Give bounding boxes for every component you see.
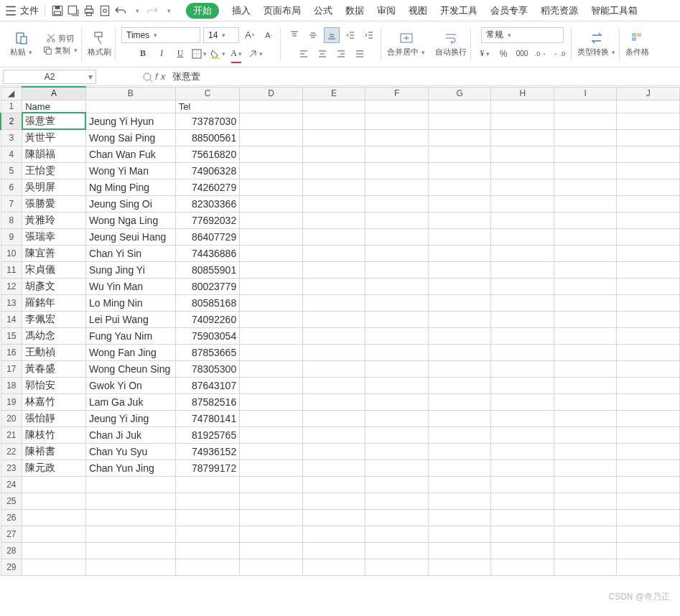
cell-A10[interactable]: 陳宜善 [22, 245, 86, 261]
cell-B5[interactable]: Wong Yi Man [85, 162, 175, 179]
align-top-button[interactable] [287, 27, 302, 43]
cell-B2[interactable]: Jeung Yi Hyun [85, 113, 175, 129]
cell-C21[interactable]: 81925765 [175, 426, 239, 443]
cell-B4[interactable]: Chan Wan Fuk [85, 146, 175, 162]
cell-C1[interactable]: Tel [175, 100, 239, 113]
fx-icon[interactable]: fx [142, 71, 165, 82]
align-middle-button[interactable] [305, 27, 321, 43]
cell-C20[interactable]: 74780141 [175, 410, 239, 426]
row-header-20[interactable]: 20 [1, 410, 22, 426]
underline-button[interactable]: U [172, 46, 188, 62]
cell-C11[interactable]: 80855901 [175, 261, 239, 278]
cell-C23[interactable]: 78799172 [175, 459, 239, 476]
redo-icon[interactable] [146, 4, 159, 17]
cell-B15[interactable]: Fung Yau Nim [85, 327, 175, 344]
tab-1[interactable]: 插入 [232, 4, 251, 17]
row-header-11[interactable]: 11 [1, 261, 22, 278]
name-box[interactable]: A2▾ [3, 70, 96, 84]
align-justify-button[interactable] [352, 46, 368, 62]
row-header-22[interactable]: 22 [1, 443, 22, 459]
cell-A16[interactable]: 王勳禎 [22, 344, 86, 360]
cell-B19[interactable]: Lam Ga Juk [85, 393, 175, 410]
undo-icon[interactable] [114, 4, 127, 17]
cell-C18[interactable]: 87643107 [175, 377, 239, 393]
cell-B17[interactable]: Wong Cheun Sing [85, 360, 175, 377]
row-header-28[interactable]: 28 [1, 542, 22, 559]
cut-button[interactable]: 剪切 [46, 33, 74, 44]
file-menu[interactable]: 文件 [20, 4, 39, 17]
cell-B20[interactable]: Jeung Yi Jing [85, 410, 175, 426]
hamburger-icon[interactable] [4, 4, 17, 17]
cell-A7[interactable]: 張勝愛 [22, 195, 86, 212]
cell-C7[interactable]: 82303366 [175, 195, 239, 212]
row-header-18[interactable]: 18 [1, 377, 22, 393]
cell-A5[interactable]: 王怡雯 [22, 162, 86, 179]
cell-C12[interactable]: 80023779 [175, 278, 239, 294]
cell-C2[interactable]: 73787030 [175, 113, 239, 129]
formula-value[interactable]: 张意萱 [172, 70, 200, 83]
cell-B10[interactable]: Chan Yi Sin [85, 245, 175, 261]
spreadsheet-grid[interactable]: ◢ABCDEFGHIJ 1NameTel2張意萱Jeung Yi Hyun737… [0, 86, 680, 610]
clear-format-button[interactable] [247, 46, 263, 62]
fill-color-button[interactable] [210, 46, 225, 62]
cell-A8[interactable]: 黃雅玲 [22, 212, 86, 228]
wrap-icon[interactable] [444, 31, 458, 45]
col-header-F[interactable]: F [365, 87, 429, 100]
tab-6[interactable]: 视图 [409, 4, 427, 17]
cell-C16[interactable]: 87853665 [175, 344, 239, 360]
cell-A17[interactable]: 黃春盛 [22, 360, 86, 377]
cell-A20[interactable]: 張怡靜 [22, 410, 86, 426]
col-header-H[interactable]: H [491, 87, 554, 100]
decrease-decimal-button[interactable]: ←.0 [551, 46, 567, 62]
saveas-icon[interactable] [67, 4, 80, 17]
tab-4[interactable]: 数据 [345, 4, 364, 17]
cell-C3[interactable]: 88500561 [175, 129, 239, 146]
copy-button[interactable]: 复制 [42, 45, 78, 56]
cell-B18[interactable]: Gwok Yi On [85, 377, 175, 393]
row-header-8[interactable]: 8 [1, 212, 22, 228]
merge-icon[interactable] [399, 31, 414, 45]
cell-A4[interactable]: 陳韻福 [22, 146, 86, 162]
cell-C15[interactable]: 75903054 [175, 327, 239, 344]
format-painter-icon[interactable] [93, 31, 107, 45]
align-center-button[interactable] [315, 46, 330, 62]
thousands-button[interactable]: 000 [514, 46, 530, 62]
cell-C8[interactable]: 77692032 [175, 212, 239, 228]
row-header-7[interactable]: 7 [1, 195, 22, 212]
bold-button[interactable]: B [135, 46, 151, 62]
font-size-selector[interactable]: 14 [203, 27, 239, 43]
save-icon[interactable] [51, 4, 64, 17]
print-icon[interactable] [83, 4, 96, 17]
row-header-19[interactable]: 19 [1, 393, 22, 410]
cell-A21[interactable]: 陳枝竹 [22, 426, 86, 443]
cell-A1[interactable]: Name [22, 100, 86, 113]
row-header-3[interactable]: 3 [1, 129, 22, 146]
row-header-2[interactable]: 2 [1, 113, 22, 129]
row-header-6[interactable]: 6 [1, 179, 22, 195]
cell-A18[interactable]: 郭怡安 [22, 377, 86, 393]
cell-C5[interactable]: 74906328 [175, 162, 239, 179]
cell-B3[interactable]: Wong Sai Ping [85, 129, 175, 146]
cell-A19[interactable]: 林嘉竹 [22, 393, 86, 410]
cell-B22[interactable]: Chan Yu Syu [85, 443, 175, 459]
row-header-24[interactable]: 24 [1, 476, 22, 493]
cell-A13[interactable]: 羅銘年 [22, 294, 86, 311]
align-bottom-button[interactable] [324, 27, 340, 43]
type-convert-icon[interactable] [590, 31, 604, 45]
col-header-G[interactable]: G [428, 87, 491, 100]
cell-A14[interactable]: 李佩宏 [22, 311, 86, 327]
cell-C19[interactable]: 87582516 [175, 393, 239, 410]
cell-B23[interactable]: Chan Yun Jing [85, 459, 175, 476]
cell-A15[interactable]: 馮幼念 [22, 327, 86, 344]
tab-2[interactable]: 页面布局 [264, 4, 301, 17]
cell-B12[interactable]: Wu Yin Man [85, 278, 175, 294]
align-left-button[interactable] [296, 46, 312, 62]
col-header-D[interactable]: D [240, 87, 303, 100]
row-header-10[interactable]: 10 [1, 245, 22, 261]
col-header-A[interactable]: A [22, 87, 86, 100]
row-header-9[interactable]: 9 [1, 228, 22, 245]
row-header-25[interactable]: 25 [1, 493, 22, 509]
cell-B21[interactable]: Chan Ji Juk [85, 426, 175, 443]
row-header-4[interactable]: 4 [1, 146, 22, 162]
increase-decimal-button[interactable]: .0→ [533, 46, 549, 62]
